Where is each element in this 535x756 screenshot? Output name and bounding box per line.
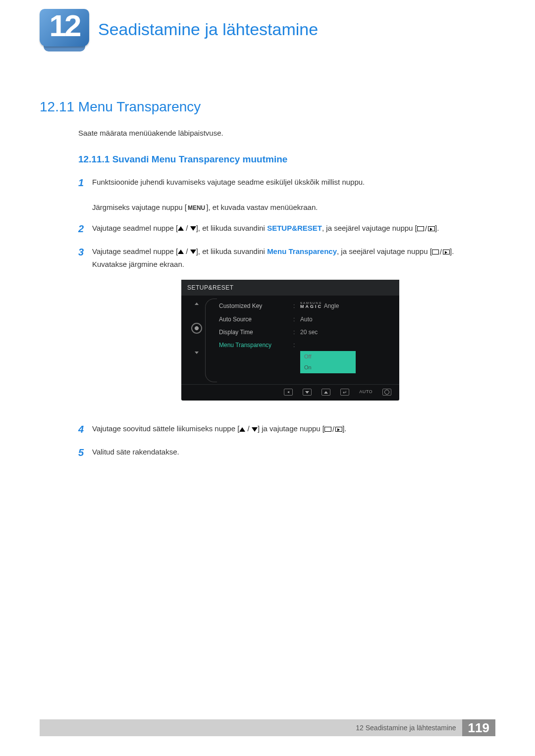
- footer-bar: 12 Seadistamine ja lähtestamine 119: [40, 719, 495, 736]
- osd-bottom-bar: ◂ AUTO: [181, 384, 399, 396]
- menu-key-icon: MENU: [187, 204, 206, 211]
- osd-label: Menu Transparency: [219, 340, 293, 350]
- step-number: 5: [78, 444, 92, 461]
- step-text: ].: [450, 247, 454, 255]
- gear-icon: [191, 323, 202, 334]
- step-text: Järgmiseks vajutage nuppu [: [92, 203, 187, 211]
- step-5: 5 Valitud säte rakendatakse.: [78, 446, 484, 461]
- down-arrow-icon: [252, 427, 258, 432]
- up-arrow-icon: [178, 226, 184, 231]
- step-1: 1 Funktsioonide juhendi kuvamiseks vajut…: [78, 176, 484, 214]
- up-arrow-icon: [178, 250, 184, 254]
- step-number: 2: [78, 220, 92, 237]
- osd-auto-label: AUTO: [359, 389, 373, 396]
- osd-option-popup: Off On: [300, 351, 394, 373]
- step-text: ], et liikuda suvandini: [196, 247, 267, 255]
- osd-row: Display Time : 20 sec: [208, 326, 394, 339]
- step-text: Valitud säte rakendatakse.: [92, 448, 179, 456]
- osd-value: Auto: [300, 314, 313, 324]
- step-2: 2 Vajutage seadmel nuppe [ / ], et liiku…: [78, 222, 484, 237]
- osd-up-icon: [321, 389, 330, 396]
- osd-scroll-up-icon: [195, 302, 199, 305]
- osd-label: Display Time: [219, 327, 293, 337]
- step-text: Vajutage seadmel nuppe [: [92, 224, 178, 232]
- osd-scroll-down-icon: [195, 352, 199, 354]
- chapter-title: Seadistamine ja lähtestamine: [98, 20, 318, 39]
- down-arrow-icon: [190, 226, 196, 231]
- chapter-number: 12: [40, 8, 89, 43]
- section-subheading: 12.11.1 Suvandi Menu Transparency muutmi…: [78, 154, 495, 165]
- step-number: 3: [78, 244, 92, 415]
- enter-icon: /: [417, 222, 435, 235]
- osd-option-on: On: [300, 362, 356, 373]
- osd-power-icon: [382, 389, 391, 396]
- step-text: ], et kuvada vastav menüüekraan.: [206, 203, 318, 211]
- osd-row: Customized Key : SAMSUNGMAGIC Angle: [208, 300, 394, 312]
- osd-option-off: Off: [300, 351, 356, 362]
- osd-label: Customized Key: [219, 301, 293, 311]
- osd-back-icon: ◂: [284, 389, 293, 396]
- samsung-magic-logo: SAMSUNGMAGIC: [300, 302, 322, 308]
- step-4: 4 Vajutage soovitud sättele liikumiseks …: [78, 422, 484, 438]
- enter-icon: /: [432, 246, 450, 258]
- osd-row: Auto Source : Auto: [208, 313, 394, 326]
- step-text: ].: [435, 224, 439, 232]
- step-number: 4: [78, 421, 92, 438]
- step-text: , ja seejärel vajutage nuppu [: [322, 224, 417, 232]
- osd-label: Auto Source: [219, 314, 293, 324]
- step-text: ], et liikuda suvandini: [196, 224, 267, 232]
- up-arrow-icon: [239, 427, 245, 432]
- osd-row-active: Menu Transparency :: [208, 339, 394, 352]
- step-text: Vajutage soovitud sättele liikumiseks nu…: [92, 424, 239, 433]
- down-arrow-icon: [190, 250, 196, 254]
- page-number: 119: [462, 719, 495, 736]
- keyword-setup-reset: SETUP&RESET: [267, 224, 322, 232]
- step-text: ] ja vajutage nuppu [: [258, 424, 324, 433]
- keyword-menu-transparency: Menu Transparency: [267, 247, 337, 255]
- step-text: Funktsioonide juhendi kuvamiseks vajutag…: [92, 178, 365, 186]
- step-text: Kuvatakse järgmine ekraan.: [92, 260, 184, 268]
- step-text: ].: [342, 424, 346, 433]
- step-text: , ja seejärel vajutage nuppu [: [337, 247, 432, 255]
- osd-title: SETUP&RESET: [181, 280, 399, 296]
- step-3: 3 Vajutage seadmel nuppe [ / ], et liiku…: [78, 245, 484, 415]
- osd-enter-icon: [340, 389, 349, 396]
- section-heading: 12.11 Menu Transparency: [40, 99, 495, 115]
- step-number: 1: [78, 174, 92, 214]
- osd-value: Angle: [324, 302, 339, 309]
- section-intro: Saate määrata menüüakende läbipaistvuse.: [78, 129, 495, 137]
- osd-down-icon: [303, 389, 312, 396]
- enter-icon: /: [324, 423, 342, 436]
- footer-chapter-label: 12 Seadistamine ja lähtestamine: [356, 724, 462, 732]
- osd-screenshot: SETUP&RESET Customi: [181, 280, 399, 401]
- step-text: Vajutage seadmel nuppe [: [92, 247, 178, 255]
- chapter-badge: 12: [40, 9, 89, 56]
- osd-value: 20 sec: [300, 327, 318, 337]
